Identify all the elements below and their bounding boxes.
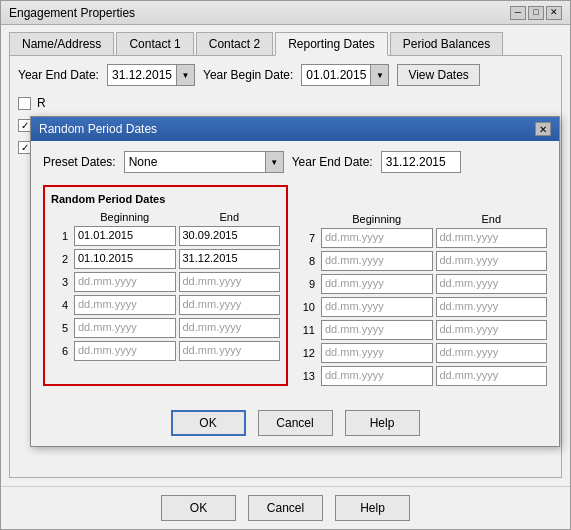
- preset-select[interactable]: None ▼: [124, 151, 284, 173]
- maximize-btn[interactable]: □: [528, 6, 544, 20]
- row-num-13: 13: [296, 370, 318, 382]
- tab-reporting-dates[interactable]: Reporting Dates: [275, 32, 388, 56]
- row11-beginning[interactable]: dd.mm.yyyy: [321, 320, 433, 340]
- row8-beginning[interactable]: dd.mm.yyyy: [321, 251, 433, 271]
- close-btn[interactable]: ✕: [546, 6, 562, 20]
- modal-buttons: OK Cancel Help: [43, 400, 547, 436]
- row13-beginning[interactable]: dd.mm.yyyy: [321, 366, 433, 386]
- row12-end[interactable]: dd.mm.yyyy: [436, 343, 548, 363]
- random-dates-title: Random Period Dates: [51, 193, 280, 205]
- modal-year-end-display: Year End Date: 31.12.2015: [292, 151, 461, 173]
- row9-end[interactable]: dd.mm.yyyy: [436, 274, 548, 294]
- checkbox-1[interactable]: [18, 97, 31, 110]
- modal-title-bar: Random Period Dates ✕: [31, 117, 559, 141]
- row3-beginning[interactable]: dd.mm.yyyy: [74, 272, 176, 292]
- modal-cancel-button[interactable]: Cancel: [258, 410, 333, 436]
- preset-row: Preset Dates: None ▼ Year End Date: 31.1…: [43, 151, 547, 173]
- row-num-7: 7: [296, 232, 318, 244]
- row4-beginning[interactable]: dd.mm.yyyy: [74, 295, 176, 315]
- modal-year-end-label: Year End Date:: [292, 155, 373, 169]
- year-end-input[interactable]: 31.12.2015 ▼: [107, 64, 195, 86]
- preset-value: None: [125, 153, 265, 171]
- row-num-2: 2: [51, 253, 71, 265]
- title-bar-controls: ─ □ ✕: [510, 6, 562, 20]
- window-title: Engagement Properties: [9, 6, 135, 20]
- row9-beginning[interactable]: dd.mm.yyyy: [321, 274, 433, 294]
- row1-beginning[interactable]: 01.01.2015: [74, 226, 176, 246]
- modal-help-button[interactable]: Help: [345, 410, 420, 436]
- row5-end[interactable]: dd.mm.yyyy: [179, 318, 281, 338]
- row11-end[interactable]: dd.mm.yyyy: [436, 320, 548, 340]
- title-bar: Engagement Properties ─ □ ✕: [1, 1, 570, 25]
- content-area: Year End Date: 31.12.2015 ▼ Year Begin D…: [9, 55, 562, 478]
- row-num-10: 10: [296, 301, 318, 313]
- modal-title: Random Period Dates: [39, 122, 157, 136]
- row-num-6: 6: [51, 345, 71, 357]
- row2-beginning[interactable]: 01.10.2015: [74, 249, 176, 269]
- modal-ok-button[interactable]: OK: [171, 410, 246, 436]
- year-begin-input[interactable]: 01.01.2015 ▼: [301, 64, 389, 86]
- row2-end[interactable]: 31.12.2015: [179, 249, 281, 269]
- tab-name-address[interactable]: Name/Address: [9, 32, 114, 56]
- bottom-buttons: OK Cancel Help: [1, 486, 570, 529]
- year-end-value: 31.12.2015: [108, 66, 176, 84]
- year-begin-label: Year Begin Date:: [203, 68, 293, 82]
- left-col-end: End: [179, 211, 281, 223]
- tab-bar: Name/Address Contact 1 Contact 2 Reporti…: [1, 25, 570, 55]
- row-num-3: 3: [51, 276, 71, 288]
- right-grid: Beginning End 7 dd.mm.yyyy dd.mm.yyyy 8 …: [296, 185, 547, 386]
- row-num-9: 9: [296, 278, 318, 290]
- ok-button[interactable]: OK: [161, 495, 236, 521]
- row6-beginning[interactable]: dd.mm.yyyy: [74, 341, 176, 361]
- row8-end[interactable]: dd.mm.yyyy: [436, 251, 548, 271]
- random-dates-box: Random Period Dates Beginning End 1 01.0…: [43, 185, 288, 386]
- row7-end[interactable]: dd.mm.yyyy: [436, 228, 548, 248]
- row10-beginning[interactable]: dd.mm.yyyy: [321, 297, 433, 317]
- right-col-end: End: [436, 213, 548, 225]
- cancel-button[interactable]: Cancel: [248, 495, 323, 521]
- year-begin-dropdown-arrow[interactable]: ▼: [370, 65, 388, 85]
- row5-beginning[interactable]: dd.mm.yyyy: [74, 318, 176, 338]
- row3-end[interactable]: dd.mm.yyyy: [179, 272, 281, 292]
- check-label-1: R: [37, 96, 46, 110]
- row-num-8: 8: [296, 255, 318, 267]
- modal-year-end-value: 31.12.2015: [381, 151, 461, 173]
- tab-contact2[interactable]: Contact 2: [196, 32, 273, 56]
- row7-beginning[interactable]: dd.mm.yyyy: [321, 228, 433, 248]
- date-row: Year End Date: 31.12.2015 ▼ Year Begin D…: [18, 64, 553, 86]
- row1-end[interactable]: 30.09.2015: [179, 226, 281, 246]
- help-button[interactable]: Help: [335, 495, 410, 521]
- view-dates-button[interactable]: View Dates: [397, 64, 479, 86]
- check-item-1: R: [18, 94, 553, 112]
- row12-beginning[interactable]: dd.mm.yyyy: [321, 343, 433, 363]
- row-num-11: 11: [296, 324, 318, 336]
- preset-dropdown-arrow[interactable]: ▼: [265, 152, 283, 172]
- year-end-label: Year End Date:: [18, 68, 99, 82]
- modal-dialog: Random Period Dates ✕ Preset Dates: None…: [30, 116, 560, 447]
- minimize-btn[interactable]: ─: [510, 6, 526, 20]
- modal-content: Preset Dates: None ▼ Year End Date: 31.1…: [31, 141, 559, 446]
- row-num-12: 12: [296, 347, 318, 359]
- row13-end[interactable]: dd.mm.yyyy: [436, 366, 548, 386]
- tab-contact1[interactable]: Contact 1: [116, 32, 193, 56]
- modal-close-btn[interactable]: ✕: [535, 122, 551, 136]
- main-window: Engagement Properties ─ □ ✕ Name/Address…: [0, 0, 571, 530]
- right-dates-grid: Beginning End 7 dd.mm.yyyy dd.mm.yyyy 8 …: [296, 213, 547, 386]
- row-num-1: 1: [51, 230, 71, 242]
- row6-end[interactable]: dd.mm.yyyy: [179, 341, 281, 361]
- year-end-dropdown-arrow[interactable]: ▼: [176, 65, 194, 85]
- right-col-beginning: Beginning: [321, 213, 433, 225]
- row4-end[interactable]: dd.mm.yyyy: [179, 295, 281, 315]
- tab-period-balances[interactable]: Period Balances: [390, 32, 503, 56]
- row-num-5: 5: [51, 322, 71, 334]
- row-num-4: 4: [51, 299, 71, 311]
- grid-container: Random Period Dates Beginning End 1 01.0…: [43, 185, 547, 386]
- left-dates-grid: Beginning End 1 01.01.2015 30.09.2015 2 …: [51, 211, 280, 361]
- year-begin-value: 01.01.2015: [302, 66, 370, 84]
- row10-end[interactable]: dd.mm.yyyy: [436, 297, 548, 317]
- left-col-beginning: Beginning: [74, 211, 176, 223]
- preset-label: Preset Dates:: [43, 155, 116, 169]
